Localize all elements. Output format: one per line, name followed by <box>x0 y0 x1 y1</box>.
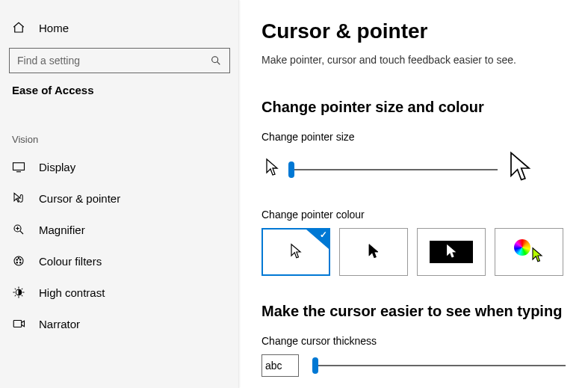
sidebar-item-cursor-pointer[interactable]: Cursor & pointer <box>0 182 239 214</box>
selected-tick-icon <box>306 230 329 249</box>
thickness-label: Change cursor thickness <box>261 335 566 347</box>
svg-line-20 <box>22 295 23 297</box>
svg-point-0 <box>212 57 218 63</box>
svg-line-22 <box>22 289 23 290</box>
svg-point-13 <box>18 258 19 259</box>
inverted-background <box>430 241 473 263</box>
pointer-colour-black[interactable] <box>339 228 408 276</box>
slider-thumb[interactable] <box>288 161 294 178</box>
nav-label: Cursor & pointer <box>39 192 120 205</box>
sidebar-home-label: Home <box>39 22 69 34</box>
display-icon <box>12 160 25 173</box>
svg-line-5 <box>20 231 23 234</box>
cursor-black-icon <box>367 243 380 261</box>
main-content: Cursor & pointer Make pointer, cursor an… <box>239 0 588 388</box>
sidebar-item-colour-filters[interactable]: Colour filters <box>0 245 239 277</box>
section-size-colour: Change pointer size and colour <box>261 99 566 116</box>
pointer-size-slider[interactable] <box>288 161 498 179</box>
cursor-inverted-icon <box>445 244 457 260</box>
slider-track <box>312 365 566 366</box>
pointer-colour-options <box>261 228 566 276</box>
sidebar-home[interactable]: Home <box>0 21 239 34</box>
thickness-row: abc <box>261 354 566 377</box>
section-typing: Make the cursor easier to see when typin… <box>261 303 566 320</box>
sidebar-item-narrator[interactable]: Narrator <box>0 308 239 339</box>
pointer-colour-label: Change pointer colour <box>261 209 566 221</box>
home-icon <box>12 21 25 34</box>
svg-point-10 <box>20 259 22 261</box>
svg-line-21 <box>15 295 16 297</box>
slider-thumb[interactable] <box>312 357 318 374</box>
search-input[interactable] <box>17 55 210 67</box>
sidebar-item-high-contrast[interactable]: High contrast <box>0 277 239 308</box>
sidebar-item-display[interactable]: Display <box>0 151 239 182</box>
nav-label: Narrator <box>39 318 80 330</box>
pointer-colour-inverted[interactable] <box>417 228 486 276</box>
colour-filters-icon <box>12 254 25 268</box>
thickness-preview: abc <box>261 354 299 377</box>
high-contrast-icon <box>12 286 25 299</box>
small-pointer-icon <box>264 158 279 182</box>
nav-label: Display <box>39 161 75 173</box>
sidebar-group-vision: Vision <box>0 96 239 151</box>
magnifier-icon <box>12 223 25 236</box>
slider-track <box>288 169 498 170</box>
page-subtitle: Make pointer, cursor and touch feedback … <box>261 54 566 66</box>
pointer-colour-white[interactable] <box>261 228 330 276</box>
sidebar-category: Ease of Access <box>0 73 239 96</box>
cursor-custom-icon <box>530 247 544 265</box>
thickness-slider[interactable] <box>312 357 566 375</box>
svg-point-12 <box>20 262 22 264</box>
sidebar-item-magnifier[interactable]: Magnifier <box>0 214 239 245</box>
cursor-pointer-icon <box>12 191 25 205</box>
search-input-container[interactable] <box>9 48 230 73</box>
svg-rect-23 <box>13 321 22 327</box>
pointer-size-label: Change pointer size <box>261 131 566 143</box>
colour-wheel-icon <box>514 239 530 256</box>
svg-rect-2 <box>13 163 25 170</box>
narrator-icon <box>12 317 25 330</box>
pointer-size-row <box>261 150 566 189</box>
nav-label: High contrast <box>39 286 105 299</box>
svg-line-19 <box>15 289 16 290</box>
thickness-preview-text: abc <box>265 360 282 372</box>
svg-point-11 <box>16 262 18 264</box>
nav-label: Colour filters <box>39 255 102 268</box>
svg-point-9 <box>16 259 18 261</box>
svg-line-1 <box>217 62 220 65</box>
pointer-colour-custom[interactable] <box>495 228 563 276</box>
search-icon <box>210 55 222 67</box>
sidebar: Home Ease of Access Vision Display Curso… <box>0 0 239 388</box>
nav-label: Magnifier <box>39 224 85 236</box>
cursor-white-icon <box>289 243 303 261</box>
big-pointer-icon <box>507 150 533 189</box>
page-title: Cursor & pointer <box>261 19 566 43</box>
